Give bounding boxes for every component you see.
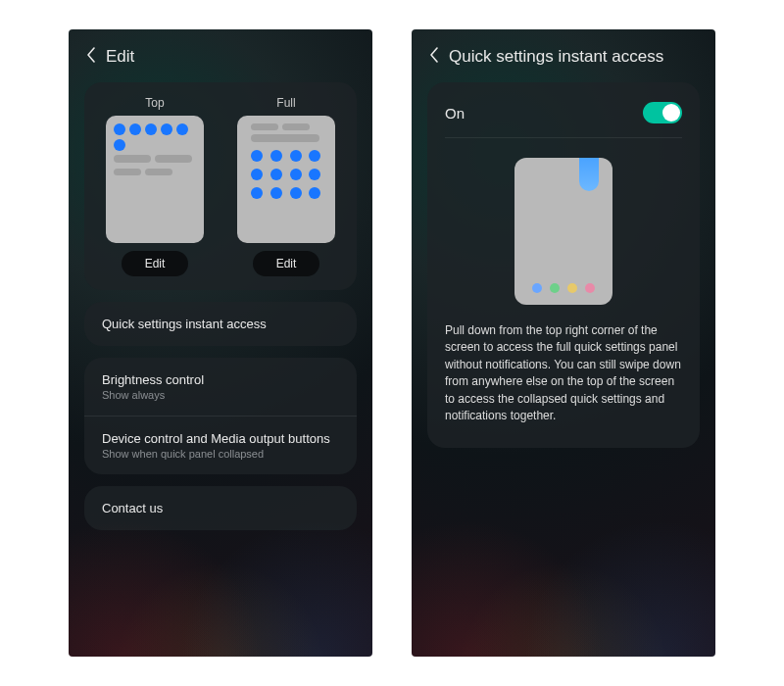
layout-option-top[interactable]: Top Edit	[96, 96, 214, 276]
layout-preview-top-icon	[106, 116, 204, 243]
header: Quick settings instant access	[427, 47, 700, 67]
row-instant-access[interactable]: Quick settings instant access	[84, 302, 357, 346]
row-device-control[interactable]: Device control and Media output buttons …	[84, 416, 357, 474]
row-brightness[interactable]: Brightness control Show always	[84, 358, 357, 416]
contact-card: Contact us	[84, 486, 357, 530]
back-icon[interactable]	[429, 47, 439, 67]
master-toggle-row: On	[445, 86, 682, 138]
edit-full-button[interactable]: Edit	[253, 251, 320, 276]
layout-preview-card: Top Edit Full	[84, 82, 357, 290]
app-dots-icon	[514, 283, 612, 293]
row-contact-us[interactable]: Contact us	[84, 486, 357, 530]
row-label: Quick settings instant access	[102, 317, 339, 331]
edit-top-button[interactable]: Edit	[122, 251, 189, 276]
controls-card: Brightness control Show always Device co…	[84, 358, 357, 474]
row-sublabel: Show when quick panel collapsed	[102, 448, 339, 460]
gesture-illustration	[445, 138, 682, 320]
back-icon[interactable]	[86, 47, 96, 67]
row-label: Contact us	[102, 501, 339, 515]
edit-screen: Edit Top Edit Full	[69, 29, 372, 657]
swipe-indicator-icon	[579, 158, 599, 191]
page-title: Edit	[106, 47, 134, 67]
toggle-card: On Pull down from the top right corner o…	[427, 82, 700, 448]
row-sublabel: Show always	[102, 389, 339, 401]
instant-access-screen: Quick settings instant access On Pull do…	[412, 29, 715, 657]
layout-option-full[interactable]: Full Edit	[227, 96, 345, 276]
header: Edit	[84, 47, 357, 67]
layout-preview-full-icon	[237, 116, 335, 243]
description-text: Pull down from the top right corner of t…	[445, 320, 682, 428]
page-title: Quick settings instant access	[449, 47, 663, 67]
layout-label: Top	[145, 96, 164, 110]
master-toggle[interactable]	[643, 102, 682, 123]
layout-label: Full	[276, 96, 295, 110]
instant-access-card: Quick settings instant access	[84, 302, 357, 346]
row-label: Brightness control	[102, 372, 339, 387]
toggle-label: On	[445, 105, 465, 122]
row-label: Device control and Media output buttons	[102, 431, 339, 446]
phone-illustration-icon	[514, 158, 612, 305]
